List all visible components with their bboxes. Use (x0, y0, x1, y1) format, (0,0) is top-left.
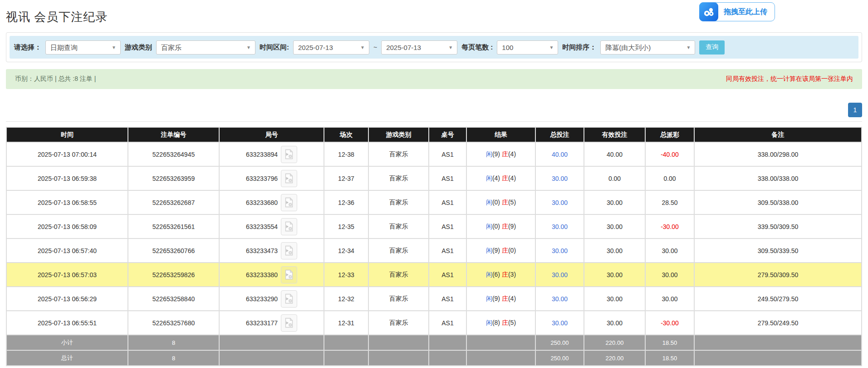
video-replay-button[interactable] (281, 218, 297, 235)
date-from-select[interactable]: 2025-07-13 ▼ (293, 40, 369, 55)
round-number: 633233290 (246, 295, 278, 303)
cell-total-bet: 30.00 (535, 311, 584, 335)
video-replay-button[interactable] (281, 242, 297, 259)
result-player-label: 闲 (486, 319, 492, 326)
payout-value: 30.00 (662, 247, 677, 254)
cell-round: 633233554 (219, 214, 324, 239)
page-size-value: 100 (502, 44, 513, 51)
cell-game: 百家乐 (368, 311, 429, 335)
chevron-down-icon: ▼ (686, 41, 691, 54)
cell-valid-bet: 30.00 (584, 263, 645, 287)
video-file-icon (284, 269, 294, 280)
cell-result: 闲(9) 庄(4) (466, 287, 535, 311)
cell-game: 百家乐 (368, 166, 429, 190)
cell-payout: -30.00 (645, 214, 694, 239)
total-valid-bet: 220.00 (584, 350, 645, 366)
cell-round: 633233473 (219, 239, 324, 263)
cell-round: 633233380 (219, 263, 324, 287)
result-player-label: 闲 (486, 247, 492, 254)
payout-value: 30.00 (662, 271, 677, 278)
notice-text: 同局有效投注，统一计算在该局第一张注单内 (726, 75, 853, 83)
cell-remark: 338.00/338.00 (694, 166, 862, 190)
subtotal-count: 8 (128, 335, 219, 350)
cell-result: 闲(0) 庄(9) (466, 214, 535, 239)
col-time: 时间 (6, 127, 128, 142)
video-replay-button[interactable] (281, 290, 297, 308)
cell-session: 12-38 (324, 142, 368, 166)
cell-payout: 30.00 (645, 263, 694, 287)
col-payout: 总派彩 (645, 127, 694, 142)
video-replay-button[interactable] (281, 266, 297, 283)
total-bet-link[interactable]: 30.00 (552, 295, 568, 303)
result-player-label: 闲 (486, 295, 492, 302)
cell-time: 2025-07-13 06:57:03 (6, 263, 128, 287)
col-session: 场次 (324, 127, 368, 142)
cell-table: AS1 (429, 166, 466, 190)
time-range-label: 时间区间: (260, 43, 289, 52)
cell-remark: 249.50/279.50 (694, 287, 862, 311)
query-mode-select[interactable]: 日期查询 ▼ (45, 40, 121, 55)
page-1-button[interactable]: 1 (848, 103, 862, 117)
date-to-select[interactable]: 2025-07-13 ▼ (381, 40, 457, 55)
cell-game: 百家乐 (368, 263, 429, 287)
cell-valid-bet: 40.00 (584, 142, 645, 166)
filter-bar: 请选择： 日期查询 ▼ 游戏类别 百家乐 ▼ 时间区间: 2025-07-13 … (10, 36, 858, 59)
cell-valid-bet: 0.00 (584, 166, 645, 190)
cell-payout: -40.00 (645, 142, 694, 166)
cell-time: 2025-07-13 06:59:38 (6, 166, 128, 190)
total-label: 总计 (6, 350, 128, 366)
cloud-drive-icon (699, 2, 718, 21)
query-button[interactable]: 查询 (699, 40, 725, 55)
cell-session: 12-36 (324, 190, 368, 214)
table-row: 2025-07-13 06:58:09 522653261561 6332335… (6, 214, 862, 239)
subtotal-label: 小计 (6, 335, 128, 350)
cell-total-bet: 30.00 (535, 287, 584, 311)
time-sort-select[interactable]: 降冪(由大到小) ▼ (600, 40, 695, 55)
video-file-icon (284, 221, 294, 232)
cell-session: 12-35 (324, 214, 368, 239)
upload-label: 拖拽至此上传 (724, 7, 767, 17)
table-row: 2025-07-13 06:57:03 522653259826 6332333… (6, 263, 862, 287)
table-row: 2025-07-13 06:57:40 522653260766 6332334… (6, 239, 862, 263)
total-bet-link[interactable]: 40.00 (552, 151, 568, 158)
subtotal-payout: 18.50 (645, 335, 694, 350)
cell-valid-bet: 30.00 (584, 190, 645, 214)
table-row: 2025-07-13 06:56:29 522653258840 6332332… (6, 287, 862, 311)
total-bet-link[interactable]: 30.00 (552, 271, 568, 278)
total-bet-link[interactable]: 30.00 (552, 319, 568, 327)
cell-remark: 309.50/339.50 (694, 239, 862, 263)
result-banker-label: 庄 (502, 295, 508, 302)
cell-payout: 30.00 (645, 287, 694, 311)
cell-time: 2025-07-13 06:56:29 (6, 287, 128, 311)
payout-value: -40.00 (661, 151, 679, 158)
col-total-bet: 总投注 (535, 127, 584, 142)
cell-total-bet: 30.00 (535, 190, 584, 214)
total-bet-link[interactable]: 30.00 (552, 175, 568, 182)
cell-table: AS1 (429, 311, 466, 335)
upload-dropzone[interactable]: 拖拽至此上传 (699, 2, 775, 21)
page-size-select[interactable]: 100 ▼ (497, 40, 558, 55)
result-banker-label: 庄 (502, 199, 508, 206)
total-row: 总计 8 250.00 220.00 18.50 (6, 350, 862, 366)
chevron-down-icon: ▼ (246, 41, 251, 54)
total-bet-link[interactable]: 30.00 (552, 199, 568, 206)
total-bet-link[interactable]: 30.00 (552, 223, 568, 230)
cell-round: 633233290 (219, 287, 324, 311)
cell-bet-id: 522653257680 (128, 311, 219, 335)
query-mode-value: 日期查询 (50, 44, 78, 51)
video-replay-button[interactable] (281, 170, 297, 187)
total-bet-link[interactable]: 30.00 (552, 247, 568, 254)
video-replay-button[interactable] (281, 314, 297, 332)
round-number: 633233380 (246, 271, 278, 278)
cell-valid-bet: 30.00 (584, 239, 645, 263)
cell-time: 2025-07-13 06:55:51 (6, 311, 128, 335)
game-category-select[interactable]: 百家乐 ▼ (156, 40, 255, 55)
records-table: 时间 注单编号 局号 场次 游戏类别 桌号 结果 总投注 有效投注 总派彩 备注… (6, 127, 862, 366)
result-banker-label: 庄 (502, 271, 508, 278)
cell-valid-bet: 30.00 (584, 311, 645, 335)
cell-total-bet: 30.00 (535, 166, 584, 190)
col-remark: 备注 (694, 127, 862, 142)
video-replay-button[interactable] (281, 194, 297, 211)
round-number: 633233680 (246, 199, 278, 206)
video-replay-button[interactable] (281, 146, 297, 163)
